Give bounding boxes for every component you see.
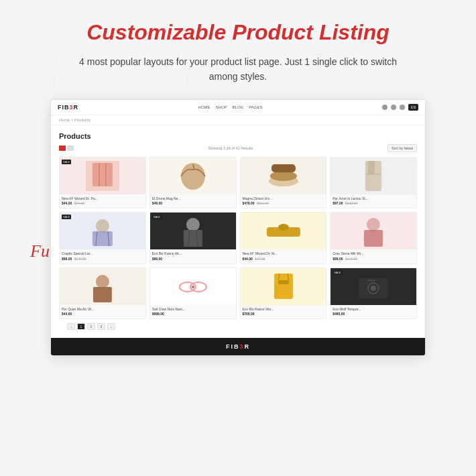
- product-name: Craptis Special Lat...: [62, 251, 143, 256]
- browser-container: Full Width FIB3R HOME SHOP BLOG PAGES EN: [50, 99, 426, 357]
- product-price: $99.00 $149.00: [333, 257, 414, 261]
- page-title: Customizable Product Listing: [86, 20, 390, 45]
- product-card[interactable]: SALE Eco Biz Rakno Alc... $99.00: [150, 212, 237, 264]
- product-name: Eco Biz Rakno Alc...: [152, 251, 234, 256]
- svg-rect-28: [192, 286, 194, 288]
- page-subtitle: 4 most popular layouts for your product …: [64, 54, 412, 84]
- nav-blog[interactable]: BLOG: [233, 105, 244, 109]
- svg-rect-13: [93, 231, 113, 246]
- svg-rect-1: [93, 163, 113, 186]
- next-page-btn[interactable]: ›: [107, 323, 115, 330]
- svg-point-21: [278, 224, 288, 231]
- svg-rect-25: [93, 287, 112, 302]
- page-3-btn[interactable]: 3: [97, 323, 105, 330]
- product-name: Et Drone Mag Ne...: [152, 196, 234, 201]
- product-info: Grav Stone Mik Wr... $99.00 $149.00: [331, 249, 416, 263]
- product-image: [241, 268, 326, 305]
- product-price: $49.00: [152, 201, 234, 205]
- svg-point-35: [371, 286, 376, 291]
- product-info: New AF Wizard Dr. Pa... $44.00 $77.00: [60, 194, 145, 209]
- search-icon[interactable]: [382, 105, 388, 110]
- nav-pages[interactable]: PAGES: [249, 105, 262, 109]
- product-info: Per Quan Ma Alc W... $44.00: [60, 305, 145, 319]
- svg-point-22: [367, 218, 380, 231]
- grid-view-btn[interactable]: [59, 145, 66, 151]
- list-view-btn[interactable]: [67, 145, 74, 151]
- product-name: New AF Wizard Dr. Al...: [243, 251, 324, 256]
- product-card[interactable]: Per Quan Ma Alc W... $44.00: [59, 267, 146, 320]
- product-info: Eco Biz Rakno Alc... $99.00: [150, 249, 236, 263]
- product-card[interactable]: Per Amet In Lectus St... $97.00 $132.00: [330, 157, 417, 209]
- product-image: [241, 158, 326, 194]
- product-card[interactable]: New AF Wizard Dr. Al... $44.00 $77.00: [240, 212, 327, 264]
- language-btn[interactable]: EN: [408, 104, 418, 111]
- svg-point-12: [96, 219, 109, 233]
- sale-badge: SALE: [62, 160, 71, 164]
- mock-footer: FIB3R: [51, 338, 425, 355]
- product-name: New AF Wizard Dr. Pa...: [62, 196, 143, 201]
- product-price: $700.00: [243, 312, 324, 316]
- mock-filter-bar: Showing 1-16 of 41 Results Sort by lates…: [59, 144, 417, 152]
- product-name: Magna Dictum Arc...: [243, 196, 324, 201]
- product-info: Magna Dictum Arc... $479.00 $511.00: [241, 194, 326, 209]
- svg-point-16: [186, 218, 200, 231]
- svg-rect-10: [368, 161, 375, 174]
- product-image: • • •: [331, 268, 416, 305]
- mock-navbar: FIB3R HOME SHOP BLOG PAGES EN: [51, 100, 425, 115]
- svg-rect-7: [270, 171, 296, 181]
- sort-dropdown[interactable]: Sort by latest: [388, 144, 417, 152]
- product-image: [60, 213, 145, 249]
- product-price: $99.00: [152, 257, 234, 261]
- product-image: [150, 158, 236, 194]
- page-1-btn[interactable]: 1: [77, 323, 85, 330]
- product-card[interactable]: SALE New AF Wizard Dr. Pa... $44.00: [59, 157, 146, 209]
- product-price: $99.00 $149.00: [62, 257, 143, 261]
- nav-shop[interactable]: SHOP: [216, 105, 227, 109]
- page-wrapper: Customizable Product Listing 4 most popu…: [0, 0, 476, 369]
- product-name: Per Quan Ma Alc W...: [62, 307, 143, 312]
- mock-view-btns: [59, 145, 74, 151]
- product-card[interactable]: Eco Bio Rakno Vits... $700.00: [240, 267, 327, 320]
- product-price: $44.00 $77.00: [62, 201, 143, 205]
- svg-rect-23: [364, 230, 383, 247]
- product-image: [331, 213, 416, 249]
- product-card[interactable]: SALE Craptis Special Lat... $99.00: [59, 212, 146, 264]
- product-info: Craptis Special Lat... $99.00 $149.00: [60, 249, 145, 263]
- page-2-btn[interactable]: 2: [87, 323, 95, 330]
- svg-rect-29: [274, 274, 292, 299]
- browser-mockup: FIB3R HOME SHOP BLOG PAGES EN Home > Pro…: [50, 99, 426, 357]
- product-info: Eco-Wolf Tempor... $465.00: [331, 305, 416, 319]
- product-info: Et Drone Mag Ne... $49.00: [150, 194, 236, 209]
- product-name: Per Amet In Lectus St...: [333, 196, 414, 201]
- product-name: Salt Glow Nom Nam...: [152, 307, 234, 312]
- product-card[interactable]: Grav Stone Mik Wr... $99.00 $149.00: [330, 212, 417, 264]
- svg-rect-32: [278, 280, 288, 284]
- product-image: [331, 158, 416, 194]
- products-title: Products: [59, 132, 417, 140]
- product-card[interactable]: SALE • • • Eco-Wolf Tempor... $465.0: [330, 267, 417, 320]
- product-card[interactable]: Magna Dictum Arc... $479.00 $511.00: [240, 157, 327, 209]
- nav-home[interactable]: HOME: [198, 105, 211, 109]
- sale-badge: SALE: [62, 215, 71, 219]
- product-card[interactable]: Salt Glow Nom Nam... $699.00: [150, 267, 237, 320]
- mock-pagination: ‹ 1 2 3 ›: [59, 319, 417, 334]
- cart-icon[interactable]: [400, 105, 405, 110]
- mock-product-grid: SALE New AF Wizard Dr. Pa... $44.00: [59, 157, 417, 320]
- product-info: New AF Wizard Dr. Al... $44.00 $77.00: [241, 249, 326, 263]
- mock-products-area: Products Showing 1-16 of 41 Results Sort…: [51, 125, 425, 339]
- prev-page-btn[interactable]: ‹: [67, 323, 75, 330]
- product-card[interactable]: Et Drone Mag Ne... $49.00: [150, 157, 237, 209]
- product-image: [60, 268, 145, 305]
- product-price: $44.00: [62, 312, 143, 316]
- product-image: [241, 213, 326, 249]
- sale-badge: SALE: [333, 270, 342, 275]
- product-image: [150, 213, 236, 249]
- product-image: [60, 158, 145, 194]
- user-icon[interactable]: [391, 105, 396, 110]
- product-price: $465.00: [333, 312, 414, 316]
- mock-logo: FIB3R: [58, 104, 78, 111]
- product-price: $479.00 $511.00: [243, 201, 324, 205]
- svg-point-4: [181, 163, 205, 190]
- product-price: $699.00: [152, 312, 234, 316]
- svg-rect-8: [271, 164, 295, 172]
